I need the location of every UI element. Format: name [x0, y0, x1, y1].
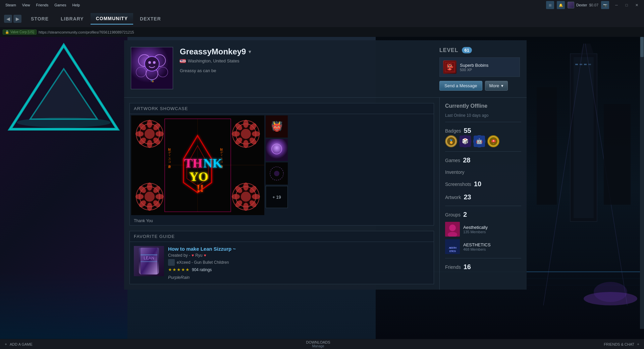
browser-icon[interactable]: ⊞	[546, 1, 554, 9]
featured-badge[interactable]: 👺 Superb Bobins 500 XP	[439, 57, 520, 77]
svg-point-69	[136, 194, 144, 199]
minimize-button[interactable]: ─	[612, 2, 621, 8]
artwork-thumb-1[interactable]: 👹	[266, 115, 288, 138]
guide-title[interactable]: How to make Lean Sizzurp ~	[168, 246, 430, 252]
divider-1	[445, 122, 521, 122]
downloads-label: DOWNLOADS	[306, 340, 330, 344]
svg-text:👹: 👹	[271, 121, 283, 132]
svg-rect-9	[584, 64, 587, 65]
svg-point-78	[243, 203, 249, 211]
status-text: Currently Offline	[445, 103, 521, 109]
titlebar-menu: Steam View Friends Games Help	[3, 2, 83, 8]
divider-3	[445, 206, 521, 206]
artwork-caption: Thank You	[130, 216, 434, 225]
artwork-thumb-2[interactable]	[266, 139, 288, 161]
friends-count: 16	[464, 263, 471, 271]
svg-point-3	[17, 117, 111, 128]
nav-library[interactable]: LIBRARY	[55, 13, 89, 24]
heart-icon-1: ♥	[192, 253, 194, 258]
avatar-image: 🎭	[131, 47, 173, 89]
svg-point-40	[145, 129, 155, 139]
badge-icon-1[interactable]: 🏅	[445, 135, 457, 147]
svg-point-52	[243, 120, 249, 128]
profile-bio: Greassy as can be	[180, 68, 433, 73]
menu-games[interactable]: Games	[52, 2, 69, 8]
group-members-1: 135 Members	[463, 230, 488, 234]
svg-text:🏅: 🏅	[449, 139, 454, 144]
artwork-label[interactable]: Artwork	[445, 195, 461, 200]
svg-rect-13	[537, 87, 557, 205]
badge-icon-3[interactable]: 🤖	[473, 135, 485, 147]
last-online: Last Online 10 days ago	[445, 113, 521, 118]
nav-user[interactable]: DEXTER	[135, 13, 166, 24]
bg-left	[0, 37, 127, 339]
group-item-1[interactable]: Aesthetically 135 Members	[445, 222, 521, 237]
svg-point-47	[136, 131, 144, 137]
window-controls: ─ □ ✕	[612, 2, 641, 8]
downloads-button[interactable]: DOWNLOADS Manage	[306, 340, 330, 348]
more-button[interactable]: More ▾	[485, 81, 508, 91]
username[interactable]: Dexter	[576, 3, 587, 7]
menu-friends[interactable]: Friends	[33, 2, 51, 8]
svg-text:🎭: 🎭	[150, 79, 154, 83]
inventory-stat-row: Inventory	[445, 169, 521, 176]
guide-info: How to make Lean Sizzurp ~ Created by - …	[168, 246, 430, 280]
send-message-button[interactable]: Send a Message	[439, 81, 482, 91]
maximize-button[interactable]: □	[622, 2, 631, 8]
game-mini-icon	[168, 259, 175, 266]
artwork-thumb-3[interactable]	[266, 162, 288, 185]
back-button[interactable]: ◀	[4, 15, 12, 23]
notifications-icon[interactable]: 🔔	[557, 1, 565, 9]
manage-label: Manage	[306, 344, 330, 348]
artwork-main-image[interactable]: 殺レディスコ弁慶 殺レディスコ弁慶 TH NK YO !!	[131, 115, 264, 215]
svg-rect-95	[266, 139, 288, 161]
menu-steam[interactable]: Steam	[3, 2, 19, 8]
artwork-more-button[interactable]: + 19	[266, 186, 288, 208]
group-item-2[interactable]: AESTH ETICS AESTHETICS 468 Members	[445, 239, 521, 254]
badge-icon-2[interactable]: 🎲	[459, 135, 471, 147]
svg-rect-14	[604, 104, 631, 205]
heart-icon-2: ♥	[204, 253, 206, 258]
profile-name: GreassyMonkey9 ▾	[180, 47, 433, 56]
badges-stat-row: Badges 55	[445, 126, 521, 135]
profile-location: 🇺🇸 Washington, United States	[180, 58, 433, 63]
groups-stat-row: Groups 2	[445, 210, 521, 219]
nav-community[interactable]: COMMUNITY	[91, 13, 133, 24]
screenshots-label[interactable]: Screenshots	[445, 182, 471, 187]
games-label[interactable]: Games	[445, 158, 460, 163]
inventory-label[interactable]: Inventory	[445, 169, 465, 175]
creator-prefix: Created by -	[168, 253, 190, 258]
group-name-2: AESTHETICS	[463, 242, 491, 247]
artwork-count: 23	[464, 193, 471, 201]
friends-label[interactable]: Friends	[445, 264, 461, 270]
profile-dropdown-icon[interactable]: ▾	[249, 49, 251, 54]
nav-store[interactable]: STORE	[25, 13, 54, 24]
address-url[interactable]: https://steamcommunity.com/profiles/7656…	[39, 30, 134, 34]
add-game-button[interactable]: ＋ ADD A GAME	[4, 342, 33, 347]
level-value: 61	[462, 47, 472, 53]
forward-button[interactable]: ▶	[13, 15, 21, 23]
close-button[interactable]: ✕	[632, 2, 641, 8]
profile-header: 🎭 GreassyMonkey9 ▾ 🇺🇸 Washington, United…	[124, 40, 527, 98]
games-stat-row: Games 28	[445, 156, 521, 165]
group-avatar-2: AESTH ETICS	[445, 239, 460, 254]
scrollbar-thumb[interactable]	[640, 37, 644, 57]
more-label: More	[489, 83, 499, 88]
badges-row: 🏅 🎲 🤖	[445, 135, 521, 147]
screenshot-icon[interactable]: 📷	[601, 1, 609, 9]
friends-chat-button[interactable]: FRIENDS & CHAT ＋	[604, 342, 640, 347]
menu-view[interactable]: View	[19, 2, 33, 8]
svg-text:ETICS: ETICS	[449, 250, 456, 253]
groups-label[interactable]: Groups	[445, 212, 461, 217]
svg-point-45	[147, 140, 152, 148]
username-display[interactable]: GreassyMonkey9	[180, 47, 246, 56]
game-name[interactable]: eXceed - Gun Bullet Children	[177, 260, 229, 265]
badge-icon-4[interactable]: ⛑️	[487, 135, 499, 147]
menu-help[interactable]: Help	[70, 2, 83, 8]
creator-name[interactable]: Ryu	[195, 253, 202, 258]
svg-point-54	[252, 131, 260, 137]
svg-point-63	[147, 183, 152, 191]
badge-icon: 👺	[443, 60, 457, 74]
badges-count: 55	[464, 127, 471, 135]
add-icon: ＋	[4, 342, 8, 347]
